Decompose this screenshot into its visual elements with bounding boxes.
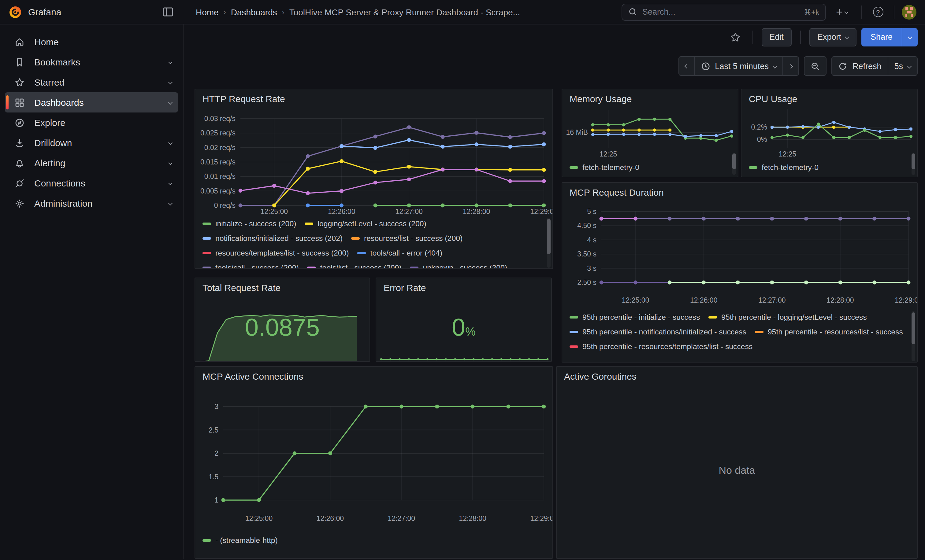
edit-button[interactable]: Edit — [761, 28, 792, 46]
time-shift-back-button[interactable] — [678, 56, 695, 76]
series-swatch — [202, 222, 211, 225]
svg-text:16 MiB: 16 MiB — [566, 128, 588, 136]
panel-active-goroutines: Active Goroutines No data — [556, 366, 917, 559]
legend-item[interactable]: unknown - success (200) — [410, 260, 508, 268]
mcp-request-duration-chart[interactable]: 5 s4.50 s4 s3.50 s3 s2.50 s12:25:0012:26… — [562, 199, 917, 310]
svg-text:1: 1 — [214, 496, 218, 504]
series-swatch — [202, 539, 211, 542]
svg-text:0 req/s: 0 req/s — [214, 201, 235, 209]
brand-label: Grafana — [28, 7, 159, 17]
share-button[interactable]: Share — [862, 28, 902, 46]
sidebar-nav: HomeBookmarksStarredDashboardsExploreDri… — [0, 24, 184, 559]
memory-usage-chart[interactable]: 16 MiB12:25 — [562, 105, 738, 159]
add-button[interactable]: + — [830, 3, 854, 21]
legend-item[interactable]: initialize - success (200) — [202, 216, 296, 231]
svg-text:2.50 s: 2.50 s — [577, 278, 597, 287]
compass-icon — [15, 118, 24, 128]
time-shift-forward-button[interactable] — [783, 56, 799, 76]
chevron-down-icon[interactable] — [168, 201, 173, 206]
sidebar-item-drilldown[interactable]: Drilldown — [5, 133, 178, 153]
svg-text:5 s: 5 s — [587, 207, 597, 216]
breadcrumb-separator: › — [224, 8, 226, 16]
search-input[interactable]: Search... ⌘+k — [622, 3, 826, 21]
avatar[interactable] — [902, 5, 916, 19]
export-button[interactable]: Export — [809, 28, 856, 46]
search-icon — [628, 8, 637, 17]
legend-scrollbar[interactable] — [547, 218, 551, 268]
breadcrumb-home[interactable]: Home — [196, 7, 219, 17]
panel-mcp-active-connections: MCP Active Connections 32.521.5112:25:00… — [194, 366, 553, 559]
legend-item[interactable]: 95th percentile - initialize - success — [569, 310, 700, 324]
legend-item[interactable]: 95th percentile - resources/list - succe… — [755, 324, 903, 339]
sidebar-toggle-icon[interactable] — [159, 3, 176, 21]
sidebar-item-home[interactable]: Home — [5, 32, 178, 52]
favorite-star-icon[interactable] — [726, 29, 744, 45]
sidebar-item-explore[interactable]: Explore — [5, 113, 178, 133]
legend-item[interactable]: resources/list - success (200) — [351, 231, 462, 246]
chevron-down-icon[interactable] — [168, 181, 173, 185]
breadcrumb-dashboards[interactable]: Dashboards — [231, 7, 277, 17]
legend-item[interactable]: 95th percentile - logging/setLevel - suc… — [708, 310, 866, 324]
panel-total-request-rate: Total Request Rate 0.0875 — [194, 278, 370, 362]
svg-text:2: 2 — [214, 449, 218, 457]
time-range-picker[interactable]: Last 5 minutes — [695, 56, 783, 76]
sidebar-item-bookmarks[interactable]: Bookmarks — [5, 52, 178, 72]
svg-text:1.5: 1.5 — [209, 473, 218, 481]
chevron-down-icon[interactable] — [168, 100, 173, 105]
legend-item[interactable]: tools/list - success (200) — [307, 260, 402, 268]
dashboard-canvas: Last 5 minutes — [184, 50, 925, 559]
mcp-active-connections-chart[interactable]: 32.521.5112:25:0012:26:0012:27:0012:28:0… — [195, 383, 553, 531]
refresh-interval-select[interactable]: 5s — [888, 56, 917, 76]
chevron-down-icon[interactable] — [168, 141, 173, 145]
legend-scrollbar[interactable] — [911, 311, 915, 361]
legend-item[interactable]: logging/setLevel - success (200) — [305, 216, 426, 231]
sidebar-item-starred[interactable]: Starred — [5, 72, 178, 92]
legend-item[interactable]: resources/templates/list - success (200) — [202, 246, 349, 260]
panel-title[interactable]: HTTP Request Rate — [195, 89, 553, 105]
panel-title[interactable]: CPU Usage — [741, 89, 917, 105]
legend-scrollbar[interactable] — [732, 153, 736, 175]
breadcrumb: Home › Dashboards › ToolHive MCP Server … — [184, 7, 612, 17]
chevron-down-icon[interactable] — [168, 80, 173, 84]
sidebar-item-connections[interactable]: Connections — [5, 173, 178, 193]
top-bar: Grafana Home › Dashboards › ToolHive MCP… — [0, 0, 925, 24]
legend-scrollbar[interactable] — [911, 153, 915, 175]
cpu-usage-chart[interactable]: 0.2%0%12:25 — [741, 105, 917, 159]
svg-text:12:28:00: 12:28:00 — [463, 207, 490, 216]
legend-item[interactable]: tools/call - error (404) — [358, 246, 443, 260]
svg-text:4 s: 4 s — [587, 236, 597, 244]
zoom-out-button[interactable] — [804, 56, 827, 76]
divider — [862, 5, 862, 19]
legend-item[interactable]: fetch-telemetry-0 — [749, 160, 818, 175]
panel-cpu-usage: CPU Usage 0.2%0%12:25 fetch-telemetry-0 — [741, 89, 917, 177]
divider — [894, 5, 895, 19]
svg-text:0.025 req/s: 0.025 req/s — [200, 129, 235, 137]
sidebar-item-alerting[interactable]: Alerting — [5, 153, 178, 173]
legend-item[interactable]: fetch-telemetry-0 — [569, 160, 639, 175]
grafana-app: Grafana Home › Dashboards › ToolHive MCP… — [0, 0, 925, 560]
panel-title[interactable]: MCP Active Connections — [195, 367, 553, 383]
connections-legend: - (streamable-http) — [202, 533, 544, 556]
svg-text:12:25: 12:25 — [779, 150, 797, 158]
svg-text:12:26:00: 12:26:00 — [328, 207, 356, 216]
breadcrumb-page-title: ToolHive MCP Server & Proxy Runner Dashb… — [289, 7, 520, 17]
legend-item[interactable]: 95th percentile - resources/templates/li… — [569, 339, 752, 354]
legend-item[interactable]: notifications/initialized - success (202… — [202, 231, 343, 246]
series-swatch — [358, 252, 366, 254]
svg-text:12:25: 12:25 — [600, 150, 617, 158]
legend-item[interactable]: - (streamable-http) — [202, 533, 278, 548]
panel-title[interactable]: Memory Usage — [562, 89, 738, 105]
chevron-down-icon[interactable] — [168, 60, 173, 64]
grafana-logo[interactable] — [9, 5, 22, 19]
share-menu-caret[interactable] — [902, 28, 917, 46]
legend-item[interactable]: tools/call - success (200) — [202, 260, 299, 268]
legend-item[interactable]: 95th percentile - notifications/initiali… — [569, 324, 746, 339]
http-request-rate-chart[interactable]: 0.03 req/s0.025 req/s0.02 req/s0.015 req… — [195, 105, 553, 216]
sidebar-item-dashboards[interactable]: Dashboards — [5, 92, 178, 113]
refresh-button[interactable]: Refresh — [832, 56, 888, 76]
sidebar-item-administration[interactable]: Administration — [5, 193, 178, 213]
help-icon[interactable]: ? — [869, 3, 886, 21]
chevron-down-icon[interactable] — [168, 161, 173, 165]
panel-title[interactable]: MCP Request Duration — [562, 183, 917, 199]
panel-title[interactable]: Active Goroutines — [557, 367, 917, 383]
